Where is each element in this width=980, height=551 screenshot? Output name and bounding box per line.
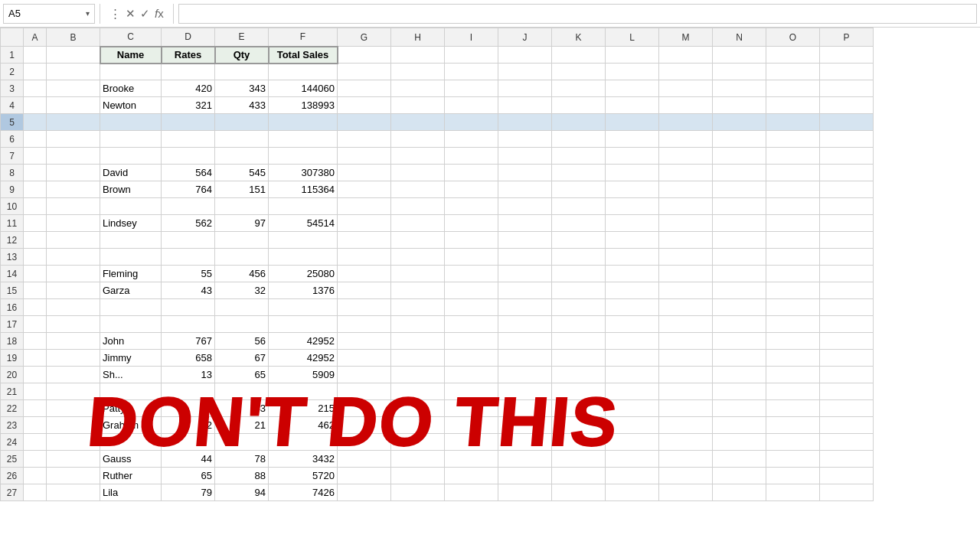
name-box-arrow-icon[interactable]: ▾ (86, 9, 90, 18)
row-header-27[interactable]: 27 (1, 484, 24, 501)
cell-b17[interactable] (47, 316, 100, 333)
cell-b2[interactable] (47, 64, 100, 80)
col-header-c[interactable]: C (100, 28, 162, 47)
cell-o9[interactable] (766, 181, 820, 198)
cell-g20[interactable] (338, 367, 391, 383)
cell-c9[interactable]: Brown (100, 181, 162, 198)
row-header-8[interactable]: 8 (1, 165, 24, 181)
cell-m19[interactable] (659, 350, 713, 367)
cell-i2[interactable] (445, 64, 498, 80)
cell-d8[interactable]: 564 (162, 165, 215, 181)
cell-i10[interactable] (445, 198, 498, 215)
cell-h7[interactable] (391, 148, 445, 165)
cell-o19[interactable] (766, 350, 820, 367)
row-header-18[interactable]: 18 (1, 333, 24, 350)
cell-l3[interactable] (606, 80, 659, 97)
cell-m3[interactable] (659, 80, 713, 97)
cell-g24[interactable] (338, 434, 391, 451)
cell-m16[interactable] (659, 299, 713, 316)
cell-j15[interactable] (498, 282, 552, 299)
cell-i20[interactable] (445, 367, 498, 383)
cell-b16[interactable] (47, 299, 100, 316)
cell-b5[interactable] (47, 114, 100, 131)
cell-d27[interactable]: 79 (162, 484, 215, 501)
cell-c18[interactable]: John (100, 333, 162, 350)
cell-e4[interactable]: 433 (215, 97, 269, 114)
cell-i21[interactable] (445, 383, 498, 400)
cell-l27[interactable] (606, 484, 659, 501)
row-header-5[interactable]: 5 (1, 114, 24, 131)
cell-p3[interactable] (820, 80, 874, 97)
cell-g17[interactable] (338, 316, 391, 333)
cell-p9[interactable] (820, 181, 874, 198)
cell-c26[interactable]: Ruther (100, 468, 162, 484)
cell-n16[interactable] (713, 299, 766, 316)
cell-e14[interactable]: 456 (215, 266, 269, 282)
cell-a1[interactable] (24, 47, 47, 64)
cell-j6[interactable] (498, 131, 552, 148)
table-row[interactable]: 23Graham2221462 (1, 417, 874, 434)
cell-e1[interactable]: Qty (215, 47, 269, 64)
cell-p25[interactable] (820, 451, 874, 468)
row-header-23[interactable]: 23 (1, 417, 24, 434)
cell-j27[interactable] (498, 484, 552, 501)
cell-o1[interactable] (766, 47, 820, 64)
cell-j10[interactable] (498, 198, 552, 215)
cell-p1[interactable] (820, 47, 874, 64)
cell-o22[interactable] (766, 400, 820, 417)
cell-l8[interactable] (606, 165, 659, 181)
cell-k3[interactable] (552, 80, 606, 97)
cell-j25[interactable] (498, 451, 552, 468)
cell-c24[interactable] (100, 434, 162, 451)
cell-d2[interactable] (162, 64, 215, 80)
row-header-26[interactable]: 26 (1, 468, 24, 484)
cell-o20[interactable] (766, 367, 820, 383)
cell-a17[interactable] (24, 316, 47, 333)
cell-i26[interactable] (445, 468, 498, 484)
cell-c3[interactable]: Brooke (100, 80, 162, 97)
cell-a7[interactable] (24, 148, 47, 165)
cell-h5[interactable] (391, 114, 445, 131)
cell-o12[interactable] (766, 232, 820, 249)
cell-h26[interactable] (391, 468, 445, 484)
cell-f9[interactable]: 115364 (269, 181, 338, 198)
cell-n15[interactable] (713, 282, 766, 299)
cell-a26[interactable] (24, 468, 47, 484)
cell-m2[interactable] (659, 64, 713, 80)
cell-p19[interactable] (820, 350, 874, 367)
cell-b6[interactable] (47, 131, 100, 148)
cell-n9[interactable] (713, 181, 766, 198)
cell-l20[interactable] (606, 367, 659, 383)
cell-b11[interactable] (47, 215, 100, 232)
cell-g8[interactable] (338, 165, 391, 181)
cell-c5[interactable] (100, 114, 162, 131)
table-row[interactable]: 8David564545307380 (1, 165, 874, 181)
cell-d17[interactable] (162, 316, 215, 333)
cell-o17[interactable] (766, 316, 820, 333)
cell-o24[interactable] (766, 434, 820, 451)
cell-d25[interactable]: 44 (162, 451, 215, 468)
cell-o4[interactable] (766, 97, 820, 114)
cell-l12[interactable] (606, 232, 659, 249)
cell-o14[interactable] (766, 266, 820, 282)
cell-d10[interactable] (162, 198, 215, 215)
cell-k4[interactable] (552, 97, 606, 114)
cell-c6[interactable] (100, 131, 162, 148)
row-header-25[interactable]: 25 (1, 451, 24, 468)
cell-b12[interactable] (47, 232, 100, 249)
cell-f19[interactable]: 42952 (269, 350, 338, 367)
cell-a18[interactable] (24, 333, 47, 350)
cell-j21[interactable] (498, 383, 552, 400)
name-box[interactable]: A5 ▾ (3, 4, 95, 24)
cell-j22[interactable] (498, 400, 552, 417)
cell-e16[interactable] (215, 299, 269, 316)
cell-j13[interactable] (498, 249, 552, 266)
cell-o2[interactable] (766, 64, 820, 80)
cell-l11[interactable] (606, 215, 659, 232)
cell-g6[interactable] (338, 131, 391, 148)
row-header-21[interactable]: 21 (1, 383, 24, 400)
cell-j12[interactable] (498, 232, 552, 249)
cell-n8[interactable] (713, 165, 766, 181)
cell-d21[interactable] (162, 383, 215, 400)
col-header-g[interactable]: G (338, 28, 391, 47)
